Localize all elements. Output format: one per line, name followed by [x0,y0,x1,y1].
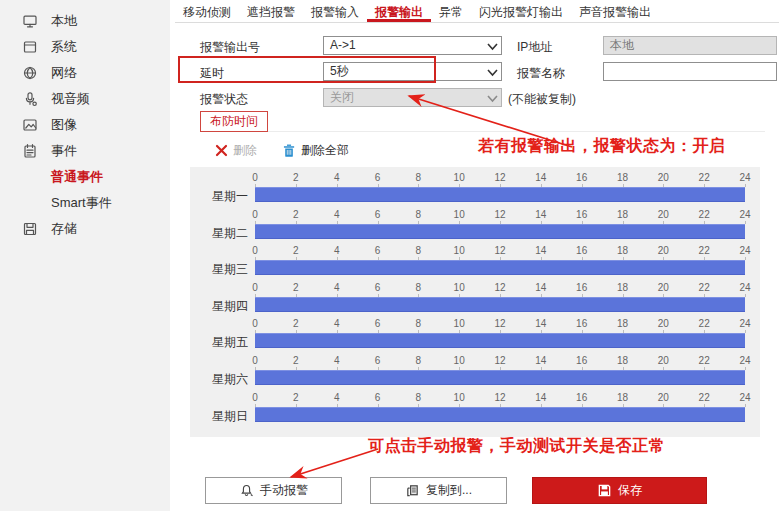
hour-tick-label: 18 [617,282,628,293]
copy-to-button[interactable]: 复制到... [370,477,507,504]
hour-tick-label: 22 [699,392,710,403]
schedule-bar[interactable] [255,370,745,385]
arming-schedule-tab[interactable]: 布防时间 [200,111,268,132]
hour-tick-label: 12 [494,245,505,256]
schedule-track[interactable] [255,407,745,422]
hour-tick-label: 6 [375,209,381,220]
hour-tick-label: 14 [535,209,546,220]
sidebar-item-0[interactable]: 本地 [0,8,170,34]
hour-tick-label: 6 [375,172,381,183]
tab-5[interactable]: 闪光报警灯输出 [471,0,571,22]
hour-tick-label: 14 [535,318,546,329]
schedule-day-row-2: 星期三024681012141618202224 [190,243,760,280]
day-label: 星期日 [190,408,248,425]
schedule-days: 星期一024681012141618202224星期二0246810121416… [190,170,760,426]
hour-tick-label: 4 [334,318,340,329]
copy-to-button-label: 复制到... [426,482,472,499]
local-icon [22,13,38,29]
manual-alarm-button[interactable]: 手动报警 [205,477,342,504]
copy-icon [405,483,420,498]
sidebar-item-7[interactable]: Smart事件 [0,190,170,216]
hour-tick-mark [745,404,746,407]
tab-6[interactable]: 声音报警输出 [571,0,659,22]
hour-tick-label: 10 [454,392,465,403]
hour-tick-label: 22 [699,209,710,220]
chevron-down-icon [486,92,499,105]
delete-button[interactable]: 删除 [215,142,283,159]
schedule-track[interactable] [255,370,745,385]
hour-scale: 024681012141618202224 [255,172,745,186]
sidebar-item-2[interactable]: 网络 [0,60,170,86]
sidebar-item-5[interactable]: 事件 [0,138,170,164]
day-label: 星期三 [190,261,248,278]
hour-tick-label: 18 [617,355,628,366]
delete-all-button[interactable]: 删除全部 [283,142,349,159]
hour-tick-label: 0 [252,392,258,403]
hour-tick-label: 8 [416,209,422,220]
hour-tick-label: 10 [454,172,465,183]
chevron-down-icon [486,40,499,53]
trash-icon [283,144,296,157]
sidebar-item-1[interactable]: 系统 [0,34,170,60]
hour-scale: 024681012141618202224 [255,318,745,332]
hour-tick-label: 12 [494,282,505,293]
schedule-bar[interactable] [255,407,745,422]
hour-tick-label: 4 [334,172,340,183]
hour-tick-label: 2 [293,245,299,256]
hour-tick-label: 8 [416,245,422,256]
tab-2[interactable]: 报警输入 [303,0,367,22]
schedule-day-row-1: 星期二024681012141618202224 [190,207,760,244]
hour-tick-mark [745,294,746,297]
schedule-track[interactable] [255,333,745,348]
schedule-bar[interactable] [255,260,745,275]
hour-tick-label: 8 [416,392,422,403]
ip-address-label: IP地址 [517,39,552,56]
hour-tick-label: 8 [416,318,422,329]
manual-alarm-button-label: 手动报警 [260,482,308,499]
alarm-output-no-label: 报警输出号 [200,39,260,56]
tab-1[interactable]: 遮挡报警 [239,0,303,22]
subtab-divider [200,131,765,132]
delay-select[interactable]: 5秒 [323,62,502,81]
schedule-day-row-3: 星期四024681012141618202224 [190,280,760,317]
hour-tick-label: 2 [293,172,299,183]
main-content: 移动侦测遮挡报警报警输入报警输出异常闪光报警灯输出声音报警输出 报警输出号 A-… [175,0,779,511]
tab-3[interactable]: 报警输出 [367,0,431,22]
tab-0[interactable]: 移动侦测 [175,0,239,22]
hour-tick-mark [745,221,746,224]
delete-all-label: 删除全部 [301,142,349,159]
hour-tick-label: 12 [494,392,505,403]
sidebar-item-8[interactable]: 存储 [0,216,170,242]
hour-scale: 024681012141618202224 [255,282,745,296]
tab-4[interactable]: 异常 [431,0,471,22]
hour-tick-mark [745,184,746,187]
hour-tick-label: 0 [252,318,258,329]
sidebar-item-3[interactable]: 视音频 [0,86,170,112]
hour-tick-label: 24 [739,172,750,183]
schedule-bar[interactable] [255,297,745,312]
hour-tick-label: 14 [535,355,546,366]
schedule-track[interactable] [255,187,745,202]
save-button[interactable]: 保存 [532,477,707,504]
schedule-bar[interactable] [255,224,745,239]
delete-label: 删除 [233,142,257,159]
hour-tick-label: 4 [334,245,340,256]
storage-icon [22,221,38,237]
day-label: 星期一 [190,188,248,205]
schedule-track[interactable] [255,260,745,275]
schedule-track[interactable] [255,224,745,239]
hour-tick-label: 18 [617,392,628,403]
hour-tick-label: 20 [658,282,669,293]
sidebar-item-4[interactable]: 图像 [0,112,170,138]
schedule-bar[interactable] [255,187,745,202]
alarm-output-no-select[interactable]: A->1 [323,36,502,55]
schedule-track[interactable] [255,297,745,312]
sidebar-item-6[interactable]: 普通事件 [0,164,170,190]
hour-tick-label: 12 [494,318,505,329]
alarm-name-input[interactable] [603,62,777,81]
hour-tick-label: 6 [375,282,381,293]
sidebar-item-label: 本地 [51,12,77,30]
schedule-bar[interactable] [255,333,745,348]
hour-tick-label: 16 [576,172,587,183]
sidebar-item-label: 普通事件 [51,168,103,186]
